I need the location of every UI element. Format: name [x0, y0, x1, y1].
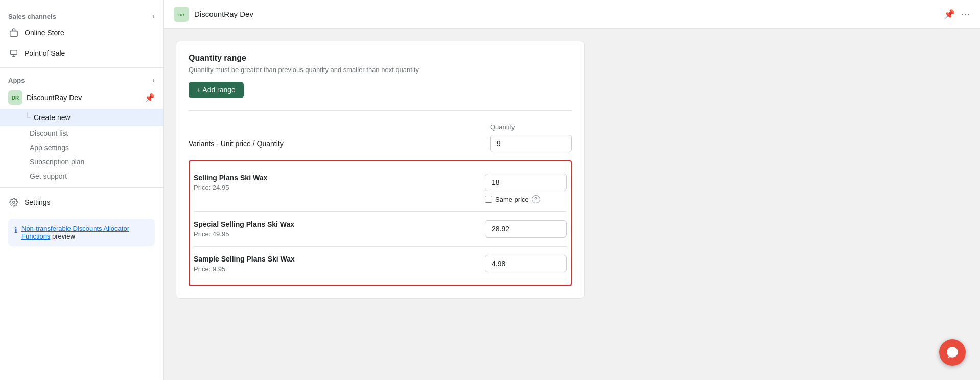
- main-card: Quantity range Quantity must be greater …: [176, 41, 585, 299]
- variant-info-2: Special Selling Plans Ski Wax Price: 49.…: [194, 220, 473, 238]
- discountray-header[interactable]: DR DiscountRay Dev 📌: [0, 86, 163, 109]
- quantity-input-col: Quantity: [490, 123, 572, 152]
- variant-input-col-2: [485, 220, 567, 238]
- sidebar: Sales channels › Online Store Point of S…: [0, 0, 164, 380]
- gear-icon: [8, 197, 19, 208]
- variant-row-1: Selling Plans Ski Wax Price: 24.95 Same …: [194, 165, 567, 212]
- section-title: Quantity range: [189, 54, 572, 63]
- apps-section: Apps ›: [0, 72, 163, 86]
- topbar-logo-icon: DR: [174, 7, 189, 22]
- variant-row-3: Sample Selling Plans Ski Wax Price: 9.95: [194, 247, 567, 281]
- variant-price-1: Price: 24.95: [194, 184, 473, 192]
- variant-input-3[interactable]: [485, 255, 567, 272]
- sidebar-item-get-support[interactable]: Get support: [0, 169, 163, 183]
- pin-icon: 📌: [145, 93, 155, 103]
- variants-red-section: Selling Plans Ski Wax Price: 24.95 Same …: [189, 160, 572, 286]
- divider-2: [0, 187, 163, 188]
- discountray-logo-icon: DR: [8, 90, 22, 105]
- quantity-input[interactable]: [490, 135, 572, 152]
- variant-input-2[interactable]: [485, 220, 567, 238]
- same-price-row-1: Same price ?: [485, 195, 567, 203]
- variant-price-2: Price: 49.95: [194, 230, 473, 238]
- sidebar-item-app-settings[interactable]: App settings: [0, 140, 163, 155]
- same-price-label-1: Same price: [495, 196, 529, 203]
- help-icon-1[interactable]: ?: [532, 195, 540, 203]
- info-icon: ℹ: [14, 225, 17, 240]
- svg-text:DR: DR: [178, 13, 184, 17]
- variants-label: Variants - Unit price / Quantity: [189, 123, 478, 148]
- info-link[interactable]: Non-transferable Discounts Allocator Fun…: [21, 225, 129, 240]
- variant-price-3: Price: 9.95: [194, 265, 473, 273]
- variant-name-1: Selling Plans Ski Wax: [194, 174, 473, 182]
- sidebar-item-discount-list[interactable]: Discount list: [0, 126, 163, 140]
- sales-channels-section: Sales channels ›: [0, 8, 163, 22]
- variant-row-2: Special Selling Plans Ski Wax Price: 49.…: [194, 212, 567, 247]
- add-range-button[interactable]: + Add range: [189, 82, 244, 98]
- store-icon: [8, 27, 19, 38]
- content-area: Quantity range Quantity must be greater …: [164, 29, 980, 380]
- info-box: ℹ Non-transferable Discounts Allocator F…: [8, 219, 155, 246]
- sidebar-item-online-store[interactable]: Online Store: [0, 22, 163, 43]
- topbar-more-icon[interactable]: ···: [961, 8, 970, 20]
- topbar: DR DiscountRay Dev 📌 ···: [164, 0, 980, 29]
- svg-rect-1: [11, 50, 17, 55]
- variant-name-3: Sample Selling Plans Ski Wax: [194, 255, 473, 263]
- divider-1: [0, 67, 163, 68]
- quantity-column-header: Quantity: [490, 123, 572, 131]
- apps-chevron-icon: ›: [152, 76, 155, 84]
- sidebar-item-subscription-plan[interactable]: Subscription plan: [0, 155, 163, 169]
- chat-button[interactable]: [939, 339, 966, 366]
- divider-content: [189, 110, 572, 111]
- quantity-header-row: Variants - Unit price / Quantity Quantit…: [189, 123, 572, 152]
- topbar-actions: 📌 ···: [944, 8, 970, 20]
- variant-name-2: Special Selling Plans Ski Wax: [194, 220, 473, 228]
- sidebar-item-settings[interactable]: Settings: [0, 192, 163, 212]
- tree-icon: └: [25, 113, 31, 122]
- same-price-checkbox-1[interactable]: [485, 196, 492, 203]
- variant-input-col-1: Same price ?: [485, 174, 567, 203]
- variant-info-3: Sample Selling Plans Ski Wax Price: 9.95: [194, 255, 473, 273]
- section-desc: Quantity must be greater than previous q…: [189, 66, 572, 74]
- sales-channels-chevron-icon: ›: [152, 12, 155, 20]
- variant-input-1[interactable]: [485, 174, 567, 191]
- topbar-title: DiscountRay Dev: [194, 10, 939, 18]
- topbar-pin-icon[interactable]: 📌: [944, 9, 955, 20]
- sidebar-item-create-new[interactable]: └ Create new: [0, 109, 163, 126]
- pos-icon: [8, 48, 19, 59]
- variant-input-col-3: [485, 255, 567, 272]
- variant-info-1: Selling Plans Ski Wax Price: 24.95: [194, 174, 473, 192]
- sidebar-item-point-of-sale[interactable]: Point of Sale: [0, 43, 163, 63]
- main-area: DR DiscountRay Dev 📌 ··· Quantity range …: [164, 0, 980, 380]
